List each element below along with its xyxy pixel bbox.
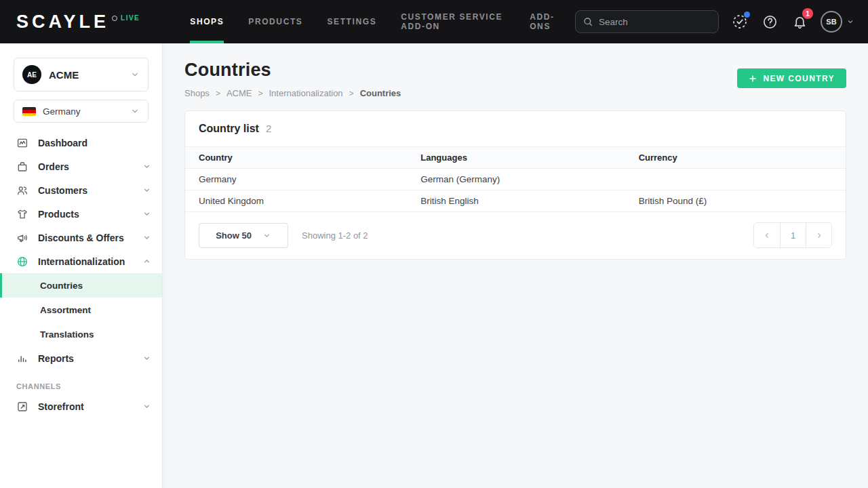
chevron-down-icon xyxy=(142,354,151,363)
sidebar-item-discounts-offers[interactable]: Discounts & Offers xyxy=(0,226,162,249)
breadcrumb-acme[interactable]: ACME xyxy=(226,88,252,98)
next-page-button[interactable] xyxy=(806,223,831,247)
sidebar-subitem-translations[interactable]: Translations xyxy=(0,322,162,346)
table-row-united-kingdom[interactable]: United Kingdom British English British P… xyxy=(185,190,846,212)
chevron-down-icon xyxy=(142,402,151,411)
menu-label: Customers xyxy=(38,185,87,196)
menu-label: Products xyxy=(38,209,79,220)
sidebar-item-internationalization[interactable]: Internationalization xyxy=(0,249,162,273)
card-title: Country list xyxy=(199,123,259,135)
menu-label: Orders xyxy=(38,161,69,172)
cell-languages: German (Germany) xyxy=(407,169,625,190)
orders-icon xyxy=(16,161,28,173)
top-navigation: SHOPS PRODUCTS SETTINGS CUSTOMER SERVICE… xyxy=(178,0,575,43)
column-header-currency: Currency xyxy=(625,147,846,168)
cell-country: Germany xyxy=(185,169,407,190)
previous-page-button[interactable] xyxy=(754,223,780,247)
sidebar-item-products[interactable]: Products xyxy=(0,202,162,226)
topnav-add-ons[interactable]: ADD-ONS xyxy=(517,0,575,43)
menu-label: Storefront xyxy=(38,401,84,412)
live-ring-icon xyxy=(112,16,117,21)
chevron-down-icon xyxy=(142,233,151,242)
chevron-left-icon xyxy=(763,231,772,240)
shop-name: ACME xyxy=(49,69,79,81)
chevron-down-icon xyxy=(142,186,151,195)
topnav-shops[interactable]: SHOPS xyxy=(178,0,236,43)
question-circle-icon xyxy=(762,14,778,30)
menu-label: Internationalization xyxy=(38,256,125,267)
title-block: Countries Shops ACME Internationalizatio… xyxy=(184,60,401,98)
chevron-down-icon xyxy=(130,70,140,79)
tshirt-icon xyxy=(16,208,28,220)
country-selector[interactable]: Germany xyxy=(14,100,149,123)
sidebar-item-dashboard[interactable]: Dashboard xyxy=(0,131,162,155)
topbar-right: 1 SB xyxy=(575,0,868,43)
new-country-button[interactable]: NEW COUNTRY xyxy=(737,68,846,88)
germany-flag-icon xyxy=(22,107,36,116)
pagination: 1 xyxy=(753,222,832,248)
sidebar-subitem-assortment[interactable]: Assortment xyxy=(0,298,162,322)
search-box[interactable] xyxy=(575,10,719,33)
sidebar-item-storefront[interactable]: Storefront xyxy=(0,394,162,418)
cell-country: United Kingdom xyxy=(185,190,407,211)
customers-icon xyxy=(16,184,28,197)
cell-languages: British English xyxy=(407,190,625,211)
breadcrumb-separator-icon xyxy=(349,89,354,98)
sidebar-item-customers[interactable]: Customers xyxy=(0,178,162,202)
topnav-settings[interactable]: SETTINGS xyxy=(315,0,389,43)
showing-range-text: Showing 1-2 of 2 xyxy=(302,230,368,241)
table-row-germany[interactable]: Germany German (Germany) xyxy=(185,169,846,190)
megaphone-icon xyxy=(16,232,28,244)
main-content: Countries Shops ACME Internationalizatio… xyxy=(163,43,868,488)
chevron-down-icon xyxy=(142,209,151,218)
breadcrumb-internationalization[interactable]: Internationalization xyxy=(269,88,342,98)
scayle-logo[interactable]: SCAYLE LIVE xyxy=(0,0,140,43)
page-number[interactable]: 1 xyxy=(780,223,806,247)
topnav-products[interactable]: PRODUCTS xyxy=(236,0,315,43)
chevron-down-icon xyxy=(262,231,271,240)
sidebar-item-reports[interactable]: Reports xyxy=(0,346,162,370)
card-footer: Show 50 Showing 1-2 of 2 1 xyxy=(185,212,846,259)
search-input[interactable] xyxy=(599,17,711,27)
column-header-country: Country xyxy=(185,147,407,168)
sidebar-menu: Dashboard Orders Customers Products Disc… xyxy=(0,131,162,418)
sidebar-item-orders[interactable]: Orders xyxy=(0,155,162,178)
notification-badge: 1 xyxy=(802,8,813,19)
dashboard-icon xyxy=(16,137,28,149)
status-dot xyxy=(744,12,750,18)
chevron-down-icon xyxy=(130,106,140,116)
sidebar: AE ACME Germany Dashboard Orders Custome… xyxy=(0,43,163,488)
release-status-button[interactable] xyxy=(731,13,749,30)
storefront-icon xyxy=(16,401,28,413)
breadcrumb-separator-icon xyxy=(258,89,262,98)
breadcrumb: Shops ACME Internationalization Countrie… xyxy=(184,88,401,98)
chevron-right-icon xyxy=(814,231,823,240)
help-button[interactable] xyxy=(761,13,778,30)
sidebar-subitem-countries[interactable]: Countries xyxy=(0,273,162,298)
column-header-languages: Languages xyxy=(407,147,625,168)
page-title: Countries xyxy=(184,60,401,81)
card-header: Country list 2 xyxy=(185,111,846,147)
menu-label: Discounts & Offers xyxy=(38,232,124,243)
breadcrumb-shops[interactable]: Shops xyxy=(184,88,210,98)
notifications-button[interactable]: 1 xyxy=(791,13,808,30)
user-menu[interactable]: SB xyxy=(821,11,854,33)
logo-text: SCAYLE xyxy=(16,13,109,31)
plus-icon xyxy=(749,75,757,83)
page-size-select[interactable]: Show 50 xyxy=(199,223,288,248)
chevron-up-icon xyxy=(142,257,151,266)
card-count: 2 xyxy=(266,123,271,134)
topnav-customer-service-add-on[interactable]: CUSTOMER SERVICE ADD-ON xyxy=(389,0,517,43)
topbar: SCAYLE LIVE SHOPS PRODUCTS SETTINGS CUST… xyxy=(0,0,868,43)
new-country-label: NEW COUNTRY xyxy=(763,74,835,83)
channels-section-label: CHANNELS xyxy=(16,382,162,390)
breadcrumb-separator-icon xyxy=(216,89,220,98)
live-label: LIVE xyxy=(121,14,140,22)
cell-currency: British Pound (£) xyxy=(625,190,846,211)
chevron-down-icon xyxy=(142,162,151,171)
globe-icon xyxy=(16,256,28,268)
cell-currency xyxy=(625,169,846,190)
country-name: Germany xyxy=(43,106,81,117)
shop-selector[interactable]: AE ACME xyxy=(14,58,149,92)
main-header: Countries Shops ACME Internationalizatio… xyxy=(184,60,846,98)
